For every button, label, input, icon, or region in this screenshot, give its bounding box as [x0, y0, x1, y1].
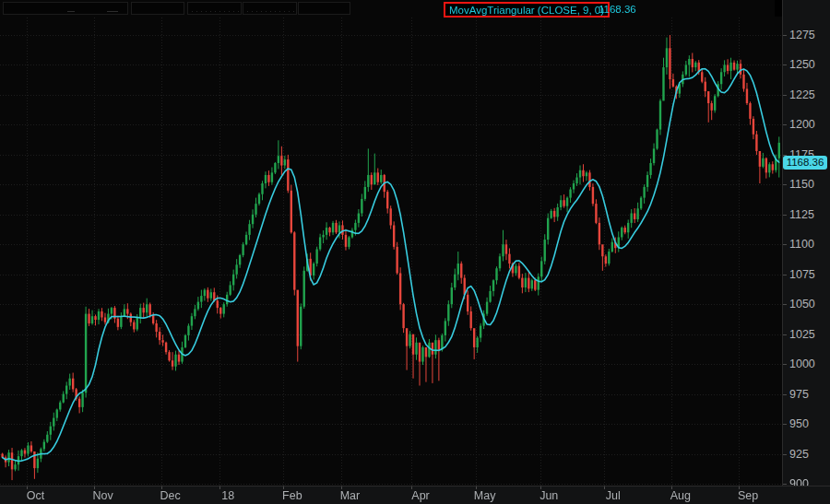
price-tick-mark — [783, 454, 787, 455]
time-tick-label: May — [474, 489, 496, 502]
time-tick-label: Aug — [670, 489, 691, 502]
price-tick-mark — [783, 124, 787, 125]
toolbar-button[interactable] — [298, 2, 350, 15]
price-tick-label: 975 — [789, 388, 809, 401]
time-tick-mark — [476, 486, 477, 489]
price-tick-label: 1075 — [789, 268, 815, 281]
price-tick-mark — [783, 394, 787, 395]
time-tick-label: Sep — [738, 489, 758, 502]
time-tick-mark — [161, 486, 162, 489]
price-tick-label: 1200 — [789, 118, 815, 131]
price-tick-mark — [783, 364, 787, 365]
time-tick-label: Jul — [606, 489, 621, 502]
toolbar-mark — [67, 11, 75, 12]
time-tick-mark — [341, 486, 342, 489]
price-tick-label: 925 — [789, 448, 809, 461]
price-tick-label: 1150 — [789, 178, 814, 191]
price-tick-mark — [783, 334, 787, 335]
price-tick-mark — [783, 424, 787, 425]
time-tick-mark — [604, 486, 605, 489]
price-axis[interactable]: 1275125012251200117511501125110010751050… — [782, 0, 830, 486]
time-tick-mark — [739, 486, 740, 489]
price-tick-mark — [783, 244, 787, 245]
time-tick-label: Jun — [540, 489, 558, 502]
time-tick-label: 18 — [221, 489, 234, 502]
time-tick-mark — [411, 486, 412, 489]
time-tick-mark — [283, 486, 284, 489]
toolbar-button[interactable] — [187, 2, 242, 15]
chart-top-toolbar — [0, 0, 443, 17]
time-tick-label: Feb — [282, 489, 302, 502]
price-tick-label: 1050 — [789, 298, 815, 311]
price-tick-label: 1000 — [789, 357, 815, 370]
time-tick-label: Dec — [160, 489, 180, 502]
price-tick-label: 1100 — [789, 238, 814, 251]
time-tick-mark — [540, 486, 541, 489]
price-tick-label: 950 — [789, 417, 809, 430]
price-tick-mark — [783, 304, 787, 305]
time-tick-label: Nov — [92, 489, 113, 502]
candlestick-chart-area[interactable] — [0, 0, 782, 486]
price-tick-mark — [783, 95, 787, 96]
price-tick-label: 1225 — [789, 88, 815, 101]
time-axis[interactable]: OctNovDec18FebMarAprMayJunJulAugSep — [0, 486, 830, 504]
time-tick-mark — [94, 486, 95, 489]
toolbar-button[interactable] — [131, 2, 184, 15]
price-tick-mark — [783, 275, 787, 275]
price-tick-mark — [783, 215, 787, 216]
last-price-bubble: 1168.36 — [783, 156, 827, 170]
price-tick-mark — [783, 35, 787, 36]
price-tick-mark — [783, 184, 787, 185]
time-tick-mark — [27, 486, 28, 489]
price-tick-label: 1025 — [789, 328, 815, 341]
time-tick-mark — [671, 486, 672, 489]
price-tick-mark — [783, 64, 787, 65]
chart-window: MovAvgTriangular (CLOSE, 9, 0) 1168.36 1… — [0, 0, 830, 504]
indicator-legend-selected[interactable]: MovAvgTriangular (CLOSE, 9, 0) — [444, 2, 610, 18]
price-tick-label: 1250 — [789, 58, 815, 71]
toolbar-button[interactable] — [243, 2, 297, 15]
price-tick-mark — [783, 484, 787, 485]
time-tick-mark — [219, 486, 220, 489]
price-tick-label: 1125 — [789, 208, 814, 221]
toolbar-mark — [107, 11, 118, 12]
indicator-legend-value: 1168.36 — [599, 4, 636, 15]
time-tick-label: Mar — [340, 489, 361, 502]
time-tick-label: Apr — [411, 489, 429, 502]
time-tick-label: Oct — [27, 489, 44, 502]
toolbar-symbol-box[interactable] — [3, 2, 128, 15]
price-tick-label: 1275 — [789, 29, 815, 41]
